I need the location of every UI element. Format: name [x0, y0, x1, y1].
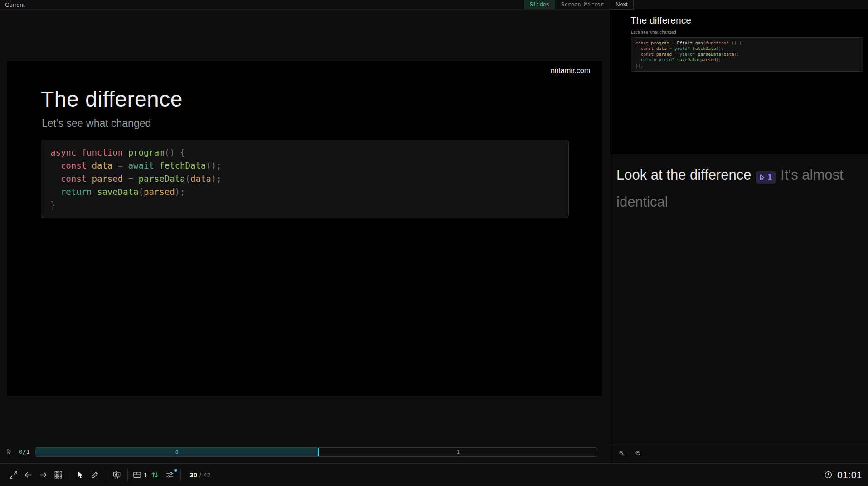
click-progress-bar[interactable]: 0 1: [35, 447, 597, 457]
slide-counter-total: 42: [204, 471, 211, 479]
main-header: Current Slides Screen Mirror: [0, 0, 610, 10]
slide-counter-separator: /: [199, 471, 201, 479]
slide-counter-current: 30: [189, 471, 197, 479]
progress-next-label: 1: [456, 449, 460, 455]
slide-counter: 30 / 42: [189, 471, 210, 479]
current-slide: nirtamir.com The difference Let’s see wh…: [7, 61, 602, 396]
click-progress-row: 0/1 0 1: [0, 446, 597, 463]
slide-title: The difference: [41, 87, 183, 112]
draw-tool-button[interactable]: [87, 467, 102, 483]
next-panel: Next The difference Let’s see what chang…: [610, 0, 868, 463]
zoom-out-button[interactable]: [632, 447, 644, 460]
click-counter-separator: /: [23, 448, 26, 455]
bottom-toolbar: 1 30 / 42 01:01: [0, 463, 868, 486]
progress-current-label: 0: [175, 449, 179, 455]
notes-current-text: Look at the difference: [616, 167, 752, 183]
next-slide-preview[interactable]: The difference Let’s see what changed co…: [610, 9, 868, 154]
next-slide-title: The difference: [630, 15, 691, 26]
current-slide-panel: Current Slides Screen Mirror nirtamir.co…: [0, 0, 610, 463]
tab-screen-mirror[interactable]: Screen Mirror: [555, 0, 610, 9]
slide-code-block: async function program() { const data = …: [41, 140, 569, 218]
toolbar-divider: [180, 469, 181, 481]
presenter-notes: Look at the difference1It's almost ident…: [610, 154, 868, 443]
layout-number: 1: [144, 471, 147, 479]
presenter-app: Current Slides Screen Mirror nirtamir.co…: [0, 0, 868, 486]
next-slide-subtitle: Let’s see what changed: [631, 29, 676, 34]
current-panel-label: Current: [5, 1, 24, 8]
next-slide-button[interactable]: [36, 467, 51, 483]
presentation-screen-button[interactable]: [109, 467, 124, 483]
timer-value: 01:01: [837, 470, 862, 481]
layout-icon[interactable]: [131, 467, 143, 483]
click-counter: 0/1: [19, 448, 29, 455]
settings-sliders-button[interactable]: [162, 467, 177, 483]
cursor-tool-button[interactable]: [73, 467, 87, 483]
notes-toolbar: [610, 443, 868, 463]
zoom-in-button[interactable]: [616, 447, 628, 460]
sync-arrows-button[interactable]: [147, 467, 162, 483]
toolbar-divider: [127, 469, 128, 481]
toolbar-divider: [106, 469, 106, 481]
click-counter-current: 0: [19, 448, 23, 455]
pointer-icon: [6, 448, 13, 457]
notification-dot-icon: [174, 469, 177, 472]
prev-slide-button[interactable]: [21, 467, 36, 483]
fullscreen-button[interactable]: [6, 467, 21, 483]
progress-next-segment: 1: [319, 448, 597, 456]
slide-watermark: nirtamir.com: [551, 67, 590, 75]
tab-slides[interactable]: Slides: [524, 0, 555, 9]
slides-overview-button[interactable]: [51, 467, 66, 483]
next-slide-code-block: const program = Effect.gen(function* () …: [631, 37, 863, 72]
progress-current-segment: 0: [36, 448, 317, 456]
next-panel-label: Next: [610, 0, 634, 10]
click-marker-badge: 1: [756, 171, 776, 184]
toolbar-divider: [69, 469, 69, 481]
click-marker-number: 1: [767, 172, 772, 183]
view-tabs: Slides Screen Mirror: [524, 0, 610, 9]
timer[interactable]: 01:01: [824, 470, 862, 481]
click-counter-total: 1: [26, 448, 30, 455]
slide-subtitle: Let’s see what changed: [42, 117, 151, 130]
layout-switcher[interactable]: 1: [131, 467, 147, 483]
